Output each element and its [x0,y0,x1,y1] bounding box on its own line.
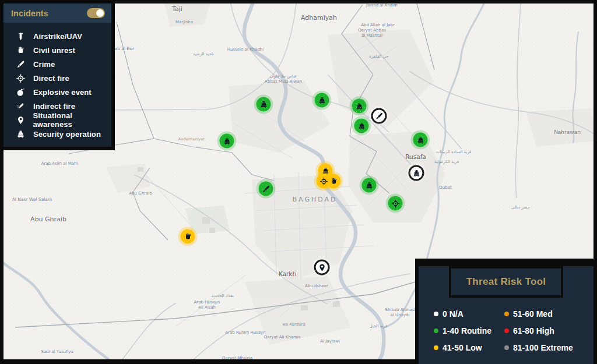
incident-legend-item-direct-fire[interactable]: Direct fire [3,71,111,85]
risk-dot [434,345,438,350]
incident-legend-item-crime[interactable]: Crime [3,57,111,71]
incident-legend-label: Crime [33,60,55,69]
incident-marker-crime[interactable] [371,108,387,124]
explosive-icon [16,88,26,97]
incident-legend-item-explosive[interactable]: Explosive event [3,85,111,99]
incident-marker-situational-awareness[interactable] [314,260,330,275]
incident-marker-security-operation[interactable] [362,178,377,193]
risk-dot [504,328,509,333]
incident-legend-list: Airstrike/UAVCivil unrestCrimeDirect fir… [3,23,111,141]
incidents-panel: Incidents Airstrike/UAVCivil unrestCrime… [0,0,115,150]
incident-marker-security-operation[interactable] [413,133,428,147]
incident-legend-label: Indirect fire [33,102,75,111]
threat-legend-label: 61-80 High [513,326,554,335]
incident-marker-security-operation[interactable] [257,97,271,112]
threat-legend-label: 81-100 Extreme [513,343,573,352]
incident-legend-item-security-operation[interactable]: Security operation [3,127,111,141]
civil-unrest-icon [16,46,26,55]
airstrike-icon [16,32,26,41]
threat-legend-label: 0 N/A [443,309,463,319]
incident-legend-label: Explosive event [33,88,92,97]
risk-dot [434,328,438,333]
threat-panel-inner: Threat Risk Tool 0 N/A1-40 Routine41-50 … [419,266,594,364]
incident-legend-item-airstrike[interactable]: Airstrike/UAV [3,29,111,43]
incident-marker-security-operation[interactable] [354,119,369,133]
threat-legend-item: 61-80 High [504,326,573,335]
incident-marker-security-operation[interactable] [315,93,329,108]
threat-legend-item: 81-100 Extreme [504,343,573,352]
incidents-header: Incidents [3,3,111,23]
incident-legend-label: Civil unrest [33,46,75,55]
incident-marker-crime[interactable] [259,182,273,196]
direct-fire-icon [16,74,26,83]
toggle-knob [96,9,104,17]
threat-legend-list: 0 N/A1-40 Routine41-50 Low51-60 Med61-80… [419,298,594,361]
incidents-toggle[interactable] [87,8,105,18]
incident-marker-security-operation[interactable] [220,134,234,149]
incident-marker-direct-fire[interactable] [317,174,331,189]
threat-legend-item: 1-40 Routine [434,326,491,335]
threat-title: Threat Risk Tool [466,276,546,288]
incident-marker-direct-fire[interactable] [388,196,403,211]
threat-legend-item: 51-60 Med [504,309,573,319]
incident-legend-item-situational-awareness[interactable]: Situational awareness [3,113,111,127]
risk-dot [504,345,509,350]
threat-title-box: Threat Risk Tool [449,266,563,298]
threat-legend-label: 1-40 Routine [443,326,491,335]
threat-legend-item: 41-50 Low [434,343,491,352]
incident-legend-label: Security operation [33,130,101,139]
incident-legend-label: Situational awareness [33,111,111,129]
threat-risk-panel: Threat Risk Tool 0 N/A1-40 Routine41-50 … [415,259,597,364]
security-operation-icon [16,130,26,139]
threat-legend-label: 51-60 Med [513,309,553,319]
crime-icon [16,60,26,69]
situational-awareness-icon [16,116,25,125]
incidents-title: Incidents [11,9,48,18]
incident-legend-label: Airstrike/UAV [33,32,82,41]
threat-legend-label: 41-50 Low [443,343,482,352]
incident-marker-civil-unrest[interactable] [181,229,195,244]
incident-marker-security-operation[interactable] [352,99,367,114]
threat-legend-item: 0 N/A [434,309,491,319]
incident-legend-label: Direct fire [33,74,69,83]
incident-legend-item-civil-unrest[interactable]: Civil unrest [3,43,111,57]
indirect-fire-icon [16,102,26,111]
risk-dot [434,312,438,316]
incidents-panel-inner: Incidents Airstrike/UAVCivil unrestCrime… [3,3,111,147]
incident-marker-security-operation[interactable] [409,165,424,181]
risk-dot [504,312,509,316]
